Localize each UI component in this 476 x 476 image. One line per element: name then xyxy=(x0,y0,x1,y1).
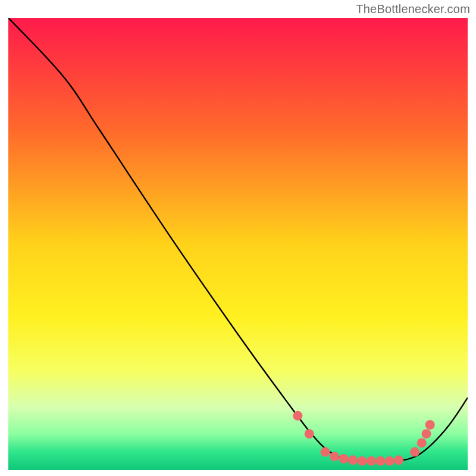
marker-point xyxy=(293,411,302,421)
marker-point xyxy=(385,456,394,466)
marker-point xyxy=(417,438,427,447)
marker-point xyxy=(422,429,431,439)
marker-point xyxy=(410,447,419,457)
plot-background xyxy=(8,18,468,470)
marker-point xyxy=(357,456,367,466)
marker-point xyxy=(394,455,403,465)
chart-stage: TheBottlenecker.com xyxy=(0,0,476,476)
marker-point xyxy=(425,420,435,430)
marker-point xyxy=(367,456,376,466)
marker-point xyxy=(348,455,358,465)
marker-point xyxy=(339,454,349,464)
marker-point xyxy=(305,429,314,439)
chart-svg xyxy=(0,0,476,476)
marker-point xyxy=(321,447,330,457)
marker-point xyxy=(330,452,339,461)
marker-point xyxy=(375,456,385,466)
